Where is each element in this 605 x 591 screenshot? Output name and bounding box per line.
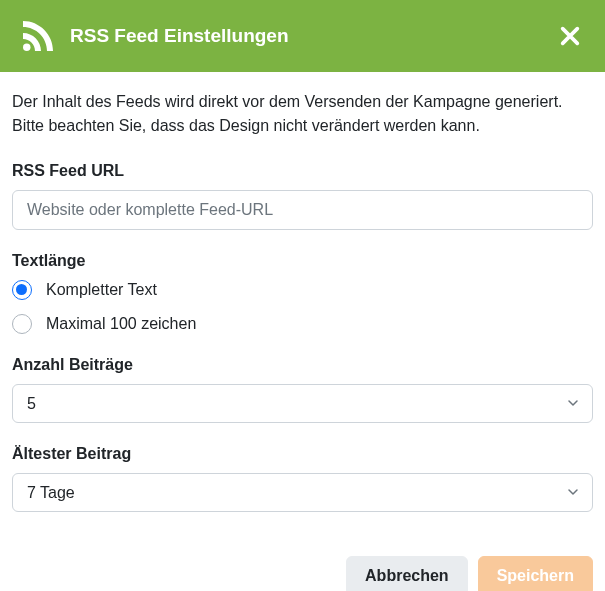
dialog-header: RSS Feed Einstellungen [0,0,605,72]
rss-icon [20,18,56,54]
radio-full[interactable] [12,280,32,300]
textlength-group: Textlänge Kompletter Text Maximal 100 ze… [12,252,593,334]
textlength-label: Textlänge [12,252,593,270]
radio-full-label: Kompletter Text [46,281,157,299]
url-group: RSS Feed URL [12,162,593,230]
svg-point-0 [23,44,31,52]
close-icon [559,25,581,47]
url-input[interactable] [12,190,593,230]
radio-max100-label: Maximal 100 zeichen [46,315,196,333]
description-text: Der Inhalt des Feeds wird direkt vor dem… [12,90,593,138]
close-button[interactable] [555,21,585,51]
count-select[interactable]: 5 [12,384,593,423]
count-label: Anzahl Beiträge [12,356,593,374]
dialog-footer: Abbrechen Speichern [0,546,605,591]
oldest-select[interactable]: 7 Tage [12,473,593,512]
dialog-content: Der Inhalt des Feeds wird direkt vor dem… [0,72,605,546]
cancel-button[interactable]: Abbrechen [346,556,468,591]
radio-option-full[interactable]: Kompletter Text [12,280,593,300]
dialog-title: RSS Feed Einstellungen [70,25,555,47]
radio-option-max100[interactable]: Maximal 100 zeichen [12,314,593,334]
url-label: RSS Feed URL [12,162,593,180]
radio-max100[interactable] [12,314,32,334]
oldest-label: Ältester Beitrag [12,445,593,463]
save-button[interactable]: Speichern [478,556,593,591]
count-group: Anzahl Beiträge 5 [12,356,593,423]
oldest-group: Ältester Beitrag 7 Tage [12,445,593,512]
